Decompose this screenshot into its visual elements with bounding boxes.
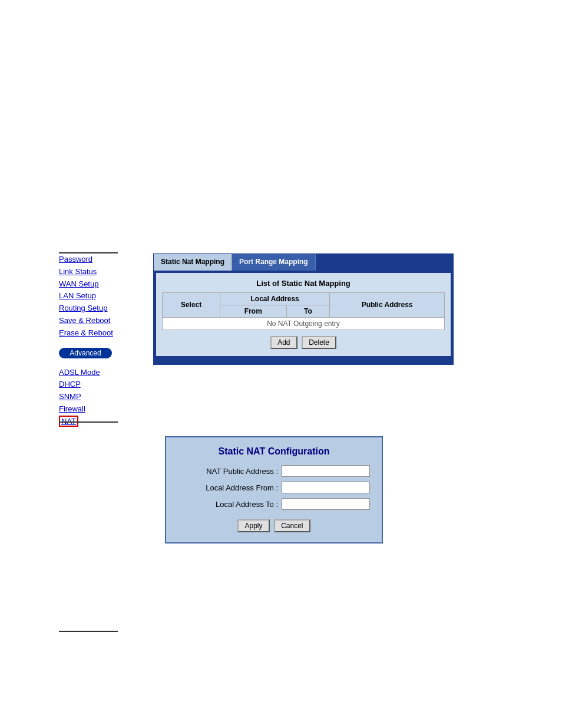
bottom-divider xyxy=(59,631,118,632)
advanced-badge: Advanced xyxy=(59,348,112,358)
main-panel: Static Nat Mapping Port Range Mapping Li… xyxy=(153,253,454,365)
col-public-address: Public Address xyxy=(330,292,445,317)
delete-button[interactable]: Delete xyxy=(302,336,336,349)
col-local-from: From xyxy=(220,305,286,317)
no-entry-row: No NAT Outgoing entry xyxy=(163,317,445,330)
label-nat-public-address: NAT Public Address : xyxy=(206,467,278,476)
tab-static-nat-mapping[interactable]: Static Nat Mapping xyxy=(154,254,232,271)
dialog-title: Static NAT Configuration xyxy=(178,446,370,457)
nat-config-dialog: Static NAT Configuration NAT Public Addr… xyxy=(165,436,383,543)
nat-table: Select Local Address Public Address From… xyxy=(162,292,445,330)
sidebar-link-firewall[interactable]: Firewall xyxy=(59,403,147,416)
sidebar-link-dhcp[interactable]: DHCP xyxy=(59,378,147,391)
sidebar-link-save-reboot[interactable]: Save & Reboot xyxy=(59,315,147,327)
sidebar-link-link-status[interactable]: Link Status xyxy=(59,266,147,278)
sidebar-link-password[interactable]: Password xyxy=(59,253,147,266)
dialog-box: Static NAT Configuration NAT Public Addr… xyxy=(165,436,383,543)
form-row-nat-public: NAT Public Address : xyxy=(178,465,370,477)
col-select: Select xyxy=(163,292,220,317)
table-buttons: Add Delete xyxy=(162,335,445,350)
tabs-row: Static Nat Mapping Port Range Mapping xyxy=(154,254,453,271)
label-local-address-from: Local Address From : xyxy=(206,483,278,492)
add-button[interactable]: Add xyxy=(270,336,297,349)
input-nat-public-address[interactable] xyxy=(282,465,370,477)
form-row-local-to: Local Address To : xyxy=(178,498,370,510)
input-local-address-to[interactable] xyxy=(282,498,370,510)
sidebar-link-routing-setup[interactable]: Routing Setup xyxy=(59,302,147,315)
tab-port-range-mapping[interactable]: Port Range Mapping xyxy=(232,254,316,271)
cancel-button[interactable]: Cancel xyxy=(274,519,310,532)
mid-divider xyxy=(59,421,118,423)
content-title: List of Static Nat Mapping xyxy=(162,279,445,288)
sidebar-link-snmp[interactable]: SNMP xyxy=(59,391,147,403)
col-local-to: To xyxy=(286,305,330,317)
label-local-address-to: Local Address To : xyxy=(216,500,278,509)
apply-button[interactable]: Apply xyxy=(237,519,269,532)
sidebar-link-erase-reboot[interactable]: Erase & Reboot xyxy=(59,327,147,340)
form-row-local-from: Local Address From : xyxy=(178,482,370,493)
sidebar-link-wan-setup[interactable]: WAN Setup xyxy=(59,278,147,291)
input-local-address-from[interactable] xyxy=(282,482,370,493)
sidebar: Password Link Status WAN Setup LAN Setup… xyxy=(59,253,147,427)
sidebar-link-adsl-mode[interactable]: ADSL Mode xyxy=(59,367,147,379)
col-local-address: Local Address xyxy=(220,292,330,305)
dialog-buttons: Apply Cancel xyxy=(178,518,370,533)
content-area: List of Static Nat Mapping Select Local … xyxy=(156,273,451,356)
sidebar-link-lan-setup[interactable]: LAN Setup xyxy=(59,290,147,302)
